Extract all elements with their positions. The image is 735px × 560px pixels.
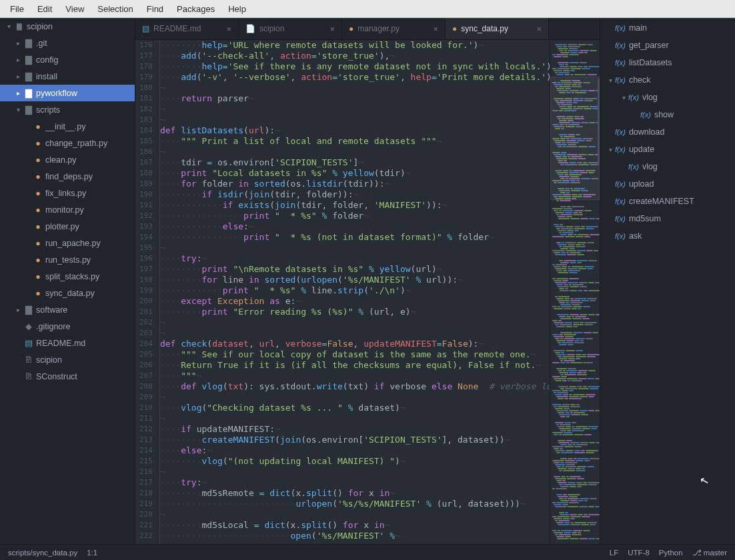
code-line[interactable]: ¬ <box>160 413 550 424</box>
tree-item-plotter-py[interactable]: ●plotter.py <box>0 218 135 235</box>
status-eol[interactable]: LF <box>610 549 618 557</box>
minimap-viewport[interactable] <box>550 77 600 200</box>
close-icon[interactable]: × <box>324 24 335 34</box>
tree-item-clean-py[interactable]: ●clean.py <box>0 151 135 168</box>
tree-item--init-py[interactable]: ●__init__.py <box>0 118 135 135</box>
code-line[interactable]: ········createMANIFEST(join(os.environ['… <box>160 435 550 445</box>
code-line[interactable]: ········print "Error reading %s (%s)" % … <box>160 307 550 317</box>
tree-item-install[interactable]: ▸▇install <box>0 68 135 85</box>
outline-item-createMANIFEST[interactable]: f(x)createMANIFEST <box>600 193 735 210</box>
code-line[interactable]: ··························urlopen('%s/%s… <box>160 499 550 509</box>
code-line[interactable]: ················print " * %s" % folder¬ <box>160 211 550 221</box>
tree-item--gitignore[interactable]: ◆.gitignore <box>0 318 135 335</box>
status-language[interactable]: Python <box>659 549 683 557</box>
tree-item-pyworkflow[interactable]: ▸▇pyworkflow <box>0 85 135 101</box>
close-icon[interactable]: × <box>428 24 438 34</box>
status-encoding[interactable]: UTF-8 <box>628 549 650 557</box>
tree-item-sconstruct[interactable]: 🖹SConstruct <box>0 368 135 385</box>
tree-item-sync-data-py[interactable]: ●sync_data.py <box>0 285 135 301</box>
menu-packages[interactable]: Packages <box>170 1 221 17</box>
close-icon[interactable]: × <box>221 24 231 34</box>
code-line[interactable]: ····add('-v', '--verbose', action='store… <box>160 72 550 83</box>
code-line[interactable]: ················print " * %s (not in dat… <box>160 232 550 243</box>
code-line[interactable]: ········help='URL where remote datasets … <box>160 40 550 51</box>
code-line[interactable]: ¬ <box>160 147 550 157</box>
tree-item-change-rpath-py[interactable]: ●change_rpath.py <box>0 135 135 151</box>
code-line[interactable]: ········md5sRemote = dict(x.split() for … <box>160 488 550 499</box>
outline-item-listDatasets[interactable]: f(x)listDatasets <box>600 54 735 71</box>
code-line[interactable]: ········for line in sorted(urlopen('%s/M… <box>160 275 550 285</box>
symbol-outline[interactable]: f(x)mainf(x)get_parserf(x)listDatasets▾f… <box>600 18 735 544</box>
status-git[interactable]: ⎇ master <box>692 548 727 557</box>
outline-item-main[interactable]: f(x)main <box>600 19 735 37</box>
code-line[interactable]: ····return parser¬ <box>160 93 550 104</box>
menu-file[interactable]: File <box>3 1 31 17</box>
outline-item-vlog[interactable]: ▾f(x)vlog <box>600 89 735 106</box>
code-line[interactable]: ····for folder in sorted(os.listdir(tdir… <box>160 179 550 189</box>
outline-item-show[interactable]: f(x)show <box>600 106 735 123</box>
tree-item-fix-links-py[interactable]: ●fix_links.py <box>0 185 135 201</box>
tree-item-scipion[interactable]: 🖹scipion <box>0 351 135 368</box>
code-line[interactable]: ····"""¬ <box>160 371 550 381</box>
outline-item-get_parser[interactable]: f(x)get_parser <box>600 37 735 54</box>
code-line[interactable]: ¬ <box>160 243 550 253</box>
code-line[interactable]: ········help='See if there is any remote… <box>160 61 550 72</box>
tree-item--git[interactable]: ▸▇.git <box>0 35 135 51</box>
tree-item-readme-md[interactable]: ▤README.md <box>0 335 135 351</box>
code-content[interactable]: ········help='URL where remote datasets … <box>160 40 550 544</box>
menu-help[interactable]: Help <box>221 1 253 17</box>
outline-item-download[interactable]: f(x)download <box>600 123 735 141</box>
tree-item-config[interactable]: ▸▇config <box>0 51 135 68</box>
outline-item-md5sum[interactable]: f(x)md5sum <box>600 210 735 227</box>
tree-item-software[interactable]: ▸▇software <box>0 301 135 318</box>
code-line[interactable]: ····vlog("Checking dataset %s ... " % da… <box>160 403 550 413</box>
code-line[interactable]: ····add('--check-all', action='store_tru… <box>160 51 550 61</box>
tab-scipion[interactable]: 📄scipion× <box>239 18 342 39</box>
code-line[interactable]: ¬ <box>160 392 550 403</box>
code-line[interactable]: ····else:¬ <box>160 445 550 456</box>
tab-manager-py[interactable]: ●manager.py× <box>342 18 446 39</box>
code-line[interactable]: ¬ <box>160 467 550 477</box>
minimap[interactable] <box>550 40 600 544</box>
tab-sync-data-py[interactable]: ●sync_data.py× <box>446 18 549 39</box>
code-line[interactable]: ¬ <box>160 104 550 115</box>
code-line[interactable]: ····try:¬ <box>160 253 550 264</box>
outline-item-ask[interactable]: f(x)ask <box>600 227 735 245</box>
code-line[interactable]: ····""" See if our local copy of dataset… <box>160 349 550 360</box>
code-line[interactable]: ····if updateMANIFEST:¬ <box>160 424 550 435</box>
code-line[interactable]: ············else:¬ <box>160 221 550 232</box>
code-line[interactable]: ········vlog("(not updating local MANIFE… <box>160 456 550 467</box>
close-icon[interactable]: × <box>531 24 542 34</box>
tab-readme-md[interactable]: ▤README.md× <box>135 18 239 39</box>
code-line[interactable]: ····print "Local datasets in %s" % yello… <box>160 168 550 179</box>
tree-item-run-tests-py[interactable]: ●run_tests.py <box>0 251 135 268</box>
code-line[interactable]: ········if isdir(join(tdir, folder)):¬ <box>160 189 550 200</box>
tree-item-scripts[interactable]: ▾▇scripts <box>0 101 135 118</box>
menu-selection[interactable]: Selection <box>91 1 139 17</box>
file-tree[interactable]: ▾▇scipion▸▇.git▸▇config▸▇install▸▇pywork… <box>0 18 135 544</box>
code-line[interactable]: ····def vlog(txt): sys.stdout.write(txt)… <box>160 381 550 392</box>
code-line[interactable]: def check(dataset, url, verbose=False, u… <box>160 339 550 349</box>
code-line[interactable]: def listDatasets(url):¬ <box>160 125 550 136</box>
code-line[interactable]: ····""" Print a list of local and remote… <box>160 136 550 147</box>
code-line[interactable]: ········md5sLocal = dict(x.split() for x… <box>160 520 550 531</box>
code-line[interactable]: ········print "\nRemote datasets in %s" … <box>160 264 550 275</box>
code-line[interactable]: ····tdir = os.environ['SCIPION_TESTS']¬ <box>160 157 550 168</box>
code-line[interactable]: ····try:¬ <box>160 477 550 488</box>
code-line[interactable]: ¬ <box>160 328 550 339</box>
code-line[interactable]: ·························open('%s/MANIFE… <box>160 531 550 541</box>
tree-item-split-stacks-py[interactable]: ●split_stacks.py <box>0 268 135 285</box>
outline-item-vlog[interactable]: f(x)vlog <box>600 158 735 175</box>
status-cursor-pos[interactable]: 1:1 <box>87 549 97 557</box>
tree-item-monitor-py[interactable]: ●monitor.py <box>0 201 135 218</box>
outline-item-check[interactable]: ▾f(x)check <box>600 71 735 89</box>
code-line[interactable]: ····Return True if it is (if all the che… <box>160 360 550 371</box>
code-line[interactable]: ¬ <box>160 317 550 328</box>
tree-item-scipion[interactable]: ▾▇scipion <box>0 18 135 35</box>
outline-item-update[interactable]: ▾f(x)update <box>600 141 735 158</box>
outline-item-upload[interactable]: f(x)upload <box>600 175 735 193</box>
code-line[interactable]: ············if exists(join(tdir, folder,… <box>160 200 550 211</box>
code-line[interactable]: ¬ <box>160 115 550 125</box>
menu-edit[interactable]: Edit <box>31 1 59 17</box>
tree-item-run-apache-py[interactable]: ●run_apache.py <box>0 235 135 251</box>
